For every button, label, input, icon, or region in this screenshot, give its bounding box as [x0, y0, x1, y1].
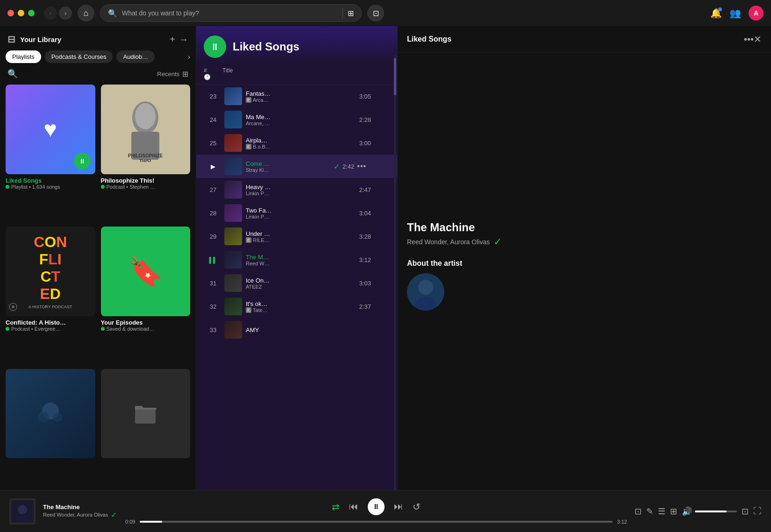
more-options-button[interactable]: ••• — [357, 162, 366, 170]
window-maximize-button[interactable] — [28, 10, 35, 16]
grid-view-button[interactable]: ⊞ — [182, 70, 188, 78]
track-info: Two Fa… Linkin P… — [246, 207, 332, 220]
conflicted-title: Conflicted: A Histo… — [6, 319, 95, 326]
svg-point-9 — [53, 412, 62, 422]
recents-sort-button[interactable]: Recents ⊞ — [157, 70, 188, 78]
playlist-row[interactable]: 29 Under … E RILE… 3:28 — [196, 225, 397, 248]
back-button[interactable]: ‹ — [44, 7, 57, 20]
playlist-row[interactable]: 32 It's ok… E Tate… 2:37 — [196, 295, 397, 318]
track-title: Airpla… — [246, 137, 332, 144]
sidebar-header: ⊟ Your Library + → — [0, 26, 196, 50]
right-panel-title: Liked Songs — [407, 35, 744, 43]
explicit-badge: E — [246, 307, 251, 313]
progress-bar-row: 0:09 3:12 — [125, 519, 627, 525]
your-episodes-subtitle: Saved & download… — [101, 326, 191, 332]
volume-button[interactable]: 🔊 — [682, 506, 692, 517]
track-info: Fantas… E Arca… — [246, 90, 332, 103]
playlist-rows: 23 Fantas… E Arca… 3:05 24 Ma Me… — [196, 85, 397, 490]
lyrics-button[interactable]: ✎ — [646, 506, 653, 517]
explicit-badge: E — [246, 144, 251, 149]
fullscreen-button[interactable]: ⛶ — [753, 506, 762, 516]
liked-songs-title: Liked Songs — [6, 177, 95, 184]
folder-card[interactable] — [101, 369, 191, 490]
philosophize-card[interactable]: PHILOSOPHIZE THIS! Philosophize This! Po… — [101, 85, 191, 221]
playlist-table-header: # Title 🕐 — [196, 64, 397, 85]
your-episodes-title: Your Episodes — [101, 319, 191, 326]
play-button-icon: ▶ — [211, 163, 215, 170]
playlist-play-button[interactable]: ⏸ — [204, 35, 226, 58]
liked-songs-card[interactable]: ♥ ⏸ Liked Songs Playlist • 1,634 songs — [6, 85, 95, 221]
track-artist: E Tate… — [246, 307, 332, 313]
progress-fill — [140, 521, 162, 523]
library-search-button[interactable]: 🔍 — [7, 69, 18, 79]
search-input[interactable] — [122, 9, 338, 17]
window-controls — [7, 10, 35, 16]
playlist-row[interactable]: 25 Airpla… E B.o.B… 3:00 — [196, 131, 397, 155]
bars-icon: ▌▌ — [209, 257, 217, 263]
next-button[interactable]: ⏭ — [394, 501, 403, 512]
scrollbar-thumb[interactable] — [394, 58, 396, 95]
philosophize-thumbnail: PHILOSOPHIZE THIS! — [101, 85, 191, 174]
row-number: ▶ — [204, 163, 222, 170]
miniplayer-button[interactable]: ⊡ — [742, 506, 749, 517]
track-title-playing: Come … — [246, 160, 332, 167]
connect-devices-button[interactable]: ⊞ — [670, 506, 677, 517]
window-close-button[interactable] — [7, 10, 14, 16]
playlist-row-playing[interactable]: ▶ Come … Stray Ki… ✓ 2:42 ••• — [196, 155, 397, 178]
home-button[interactable]: ⌂ — [78, 5, 94, 21]
playlist-title: Liked Songs — [233, 40, 300, 53]
playlist-row[interactable]: 28 Two Fa… Linkin P… 3:04 — [196, 201, 397, 225]
forward-button[interactable]: › — [59, 7, 72, 20]
avatar[interactable]: A — [749, 6, 764, 21]
playlist-row-machine[interactable]: ▌▌ The M… Reed W… 3:12 — [196, 248, 397, 271]
conflicted-card[interactable]: C O N F L I C T — [6, 227, 95, 363]
filter-tab-podcasts[interactable]: Podcasts & Courses — [45, 50, 113, 63]
now-playing-button[interactable]: ⊡ — [635, 506, 642, 517]
song-title-large: The Machine — [407, 221, 762, 234]
playlist-area: ⏸ Liked Songs # Title 🕐 23 Fantas… E Arc… — [196, 26, 397, 490]
add-library-button[interactable]: + — [170, 34, 175, 45]
your-episodes-card[interactable]: 🔖 Your Episodes Saved & download… — [101, 227, 191, 363]
playlist-row[interactable]: 33 AMY — [196, 318, 397, 341]
progress-track[interactable] — [140, 521, 612, 523]
philosophize-label: Philosophize This! Podcast • Stephen … — [101, 177, 191, 190]
playlist-row[interactable]: 23 Fantas… E Arca… 3:05 — [196, 85, 397, 108]
track-duration: 3:04 — [334, 210, 371, 217]
volume-track[interactable] — [695, 511, 737, 512]
track-thumbnail — [224, 87, 242, 105]
cast-button[interactable]: ⊡ — [367, 5, 384, 21]
filter-tab-playlists[interactable]: Playlists — [6, 50, 41, 63]
track-title: AMY — [246, 326, 332, 333]
conflicted-subtitle: Podcast • Evergree… — [6, 326, 95, 332]
partial-card[interactable] — [6, 369, 95, 490]
expand-library-button[interactable]: → — [179, 34, 188, 45]
queue-button[interactable]: ☰ — [658, 506, 665, 517]
notifications-button[interactable]: 🔔 — [710, 7, 722, 19]
your-episodes-thumbnail: 🔖 — [101, 227, 191, 316]
about-artist-title: About the artist — [407, 259, 762, 268]
playlist-row[interactable]: 24 Ma Me… Arcane, … 2:28 — [196, 108, 397, 131]
playlist-row[interactable]: 27 Heavy … Linkin P… 2:47 — [196, 178, 397, 201]
play-pause-button[interactable]: ⏸ — [368, 498, 385, 515]
volume-row: 🔊 — [682, 506, 737, 517]
right-panel-close-button[interactable]: ✕ — [754, 34, 762, 45]
right-panel-more-button[interactable]: ••• — [744, 34, 754, 45]
window-minimize-button[interactable] — [18, 10, 24, 16]
explicit-badge: E — [246, 97, 251, 103]
track-thumbnail — [224, 157, 242, 175]
playlist-row[interactable]: 31 Ice On… ATEEZ 3:03 — [196, 271, 397, 295]
library-grid: ♥ ⏸ Liked Songs Playlist • 1,634 songs — [0, 85, 196, 490]
prev-button[interactable]: ⏮ — [349, 501, 358, 512]
shuffle-button[interactable]: ⇄ — [332, 501, 340, 512]
track-title: Heavy … — [246, 184, 332, 191]
filter-more-button[interactable]: › — [188, 53, 190, 61]
track-duration: 2:37 — [334, 303, 371, 310]
filter-tabs: Playlists Podcasts & Courses Audiob… › — [0, 50, 196, 69]
friends-button[interactable]: 👥 — [729, 7, 741, 19]
svg-point-15 — [18, 505, 27, 514]
track-duration: 3:12 — [334, 256, 371, 263]
player-song-title: The Machine — [43, 504, 118, 511]
col-duration: 🕐 — [204, 74, 222, 80]
filter-tab-audiobooks[interactable]: Audiob… — [116, 50, 154, 63]
repeat-button[interactable]: ↺ — [413, 501, 421, 512]
